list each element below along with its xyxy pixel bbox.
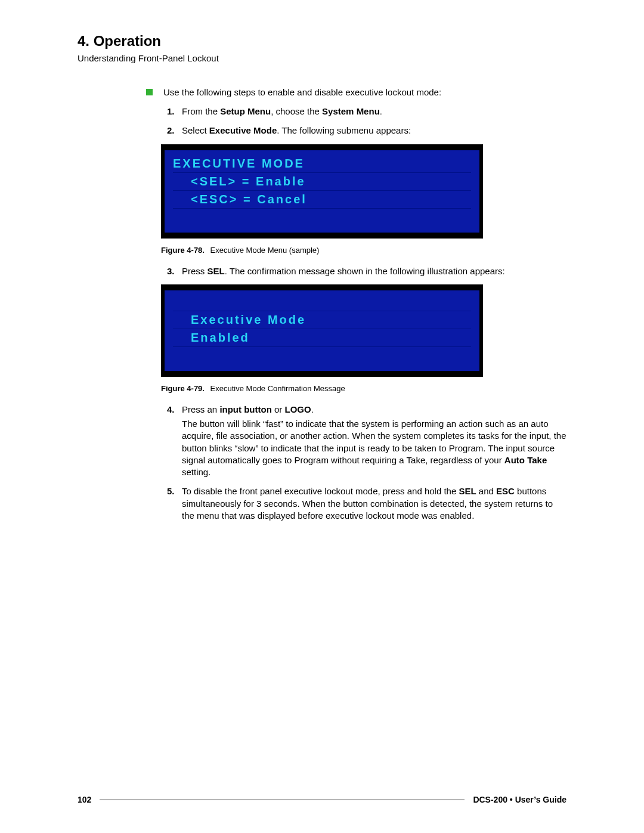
lcd2-line2: Enabled: [173, 329, 471, 347]
steps-list: From the Setup Menu, choose the System M…: [167, 106, 566, 137]
figure-2-text: Executive Mode Confirmation Message: [210, 384, 345, 393]
step-5-bold-1: SEL: [459, 486, 476, 496]
step-4-text-b: or: [272, 404, 285, 414]
step-5-text-a: To disable the front panel executive loc…: [182, 486, 459, 496]
lcd2-line3: [173, 347, 471, 363]
figure-2-label: Figure 4-79.: [161, 384, 205, 393]
step-4-para-c: setting.: [182, 467, 210, 477]
step-4-para-bold: Auto Take: [504, 455, 547, 465]
step-4-text-a: Press an: [182, 404, 219, 414]
step-1-bold-1: Setup Menu: [220, 106, 271, 116]
lcd2-line0: [173, 295, 471, 311]
page-number: 102: [78, 795, 91, 804]
figure-1-caption: Figure 4-78. Executive Mode Menu (sample…: [161, 246, 566, 255]
footer-rule: [100, 800, 465, 800]
step-5-bold-2: ESC: [496, 486, 515, 496]
lcd-screen-1: EXECUTIVE MODE <SEL> = Enable <ESC> = Ca…: [165, 150, 479, 233]
section-title: 4. Operation: [78, 33, 566, 49]
step-5: To disable the front panel executive loc…: [167, 485, 566, 522]
steps-list-cont-4: Press an input button or LOGO. The butto…: [167, 404, 566, 522]
step-4-text-c: .: [311, 404, 314, 414]
step-4-bold-2: LOGO: [285, 404, 311, 414]
page: 4. Operation Understanding Front-Panel L…: [0, 0, 644, 833]
step-1: From the Setup Menu, choose the System M…: [167, 106, 566, 117]
figure-2-caption: Figure 4-79. Executive Mode Confirmation…: [161, 384, 566, 393]
step-1-bold-2: System Menu: [322, 106, 380, 116]
lcd1-line4: [173, 209, 471, 224]
intro-text: Use the following steps to enable and di…: [163, 87, 566, 97]
step-2: Select Executive Mode. The following sub…: [167, 125, 566, 137]
bullet-icon: [146, 89, 153, 95]
lcd-panel-1: EXECUTIVE MODE <SEL> = Enable <ESC> = Ca…: [161, 144, 483, 239]
figure-1-label: Figure 4-78.: [161, 246, 205, 255]
step-2-bold-1: Executive Mode: [209, 125, 277, 135]
step-4: Press an input button or LOGO. The butto…: [167, 404, 566, 479]
section-subtitle: Understanding Front-Panel Lockout: [78, 53, 566, 63]
lcd-panel-2: Executive Mode Enabled: [161, 284, 483, 377]
step-3-bold-1: SEL: [208, 266, 225, 276]
steps-list-cont-3: Press SEL. The confirmation message show…: [167, 265, 566, 277]
intro-bullet-row: Use the following steps to enable and di…: [146, 87, 566, 97]
step-4-bold-1: input button: [219, 404, 271, 414]
lcd-figure-2: Executive Mode Enabled: [161, 284, 483, 377]
lcd2-line1: Executive Mode: [173, 311, 471, 329]
step-1-text-a: From the: [182, 106, 220, 116]
lcd-figure-1: EXECUTIVE MODE <SEL> = Enable <ESC> = Ca…: [161, 144, 483, 239]
lcd-screen-2: Executive Mode Enabled: [165, 290, 479, 371]
footer-guide: DCS-200 • User’s Guide: [473, 795, 566, 804]
step-2-text-b: . The following submenu appears:: [277, 125, 411, 135]
lcd1-line1: EXECUTIVE MODE: [173, 155, 471, 173]
step-5-text-b: and: [476, 486, 496, 496]
step-1-text-c: .: [380, 106, 382, 116]
lcd1-line3: <ESC> = Cancel: [173, 191, 471, 209]
step-4-paragraph: The button will blink “fast” to indicate…: [182, 418, 566, 478]
step-3-text-a: Press: [182, 266, 208, 276]
lcd1-line2: <SEL> = Enable: [173, 173, 471, 191]
page-footer: 102 DCS-200 • User’s Guide: [78, 795, 566, 804]
step-2-text-a: Select: [182, 125, 209, 135]
step-3: Press SEL. The confirmation message show…: [167, 265, 566, 277]
step-3-text-b: . The confirmation message shown in the …: [225, 266, 505, 276]
step-1-text-b: , choose the: [271, 106, 322, 116]
figure-1-text: Executive Mode Menu (sample): [210, 246, 320, 255]
